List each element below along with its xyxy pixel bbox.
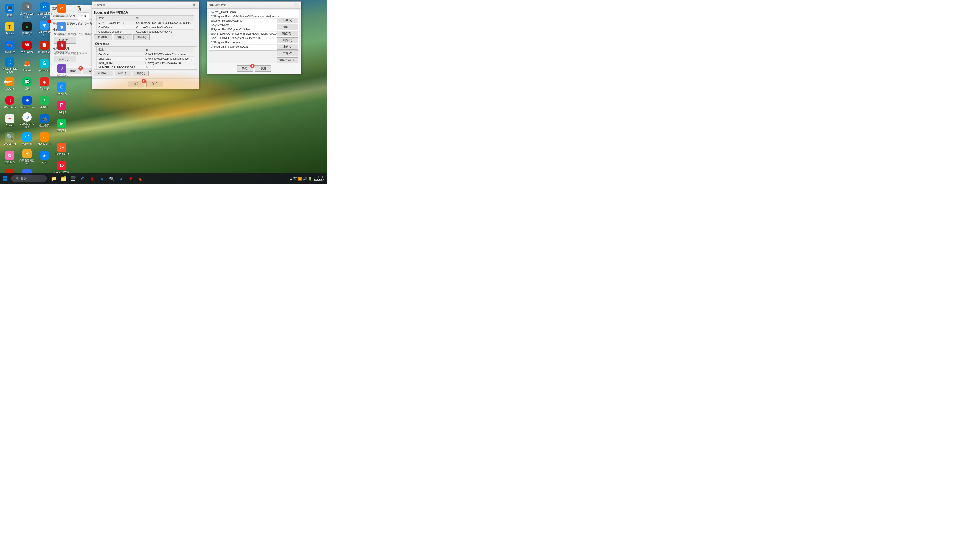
desktop-icon-maceo[interactable]: △ Maceo 入库	[36, 130, 53, 148]
user-new-btn[interactable]: 新建(N)...	[94, 35, 112, 40]
desktop-icon-edge[interactable]: e Microsoft Edge	[36, 1, 53, 19]
desktop-icon-diannaoguan[interactable]: 🛡 电脑管家	[18, 130, 36, 148]
svar-col-name: 变量	[97, 47, 144, 52]
desktop-icon-lianxin[interactable]: ◉ 腾讯连心工具	[18, 93, 36, 111]
svg-rect-2	[3, 179, 5, 181]
var-col-value: 值	[135, 16, 194, 21]
sys-new-btn[interactable]: 新建(W)...	[94, 71, 113, 76]
desktop-icon-diannao[interactable]: 🖥️ 电脑	[1, 1, 18, 19]
svar-col-value: 值	[144, 47, 194, 52]
desktop-icon-tenvideo2[interactable]: ▶ 腾讯视频	[18, 19, 36, 38]
desktop-icon-empty3	[53, 135, 70, 140]
user-vars-table-container[interactable]: 变量 值 MOZ_PLUGIN_PATH C:\Program Files (x…	[94, 15, 197, 33]
desktop-icon-huanjing[interactable]: ▶ 环境助手	[53, 116, 70, 135]
path-edit-text-btn[interactable]: 编辑文本(T)...	[277, 57, 298, 63]
edit-path-cancel-btn[interactable]: 取消	[255, 65, 271, 72]
env-vars-cancel-btn[interactable]: 取消	[146, 81, 163, 87]
path-delete-btn[interactable]: 删除(D)	[277, 38, 298, 43]
user-var-row[interactable]: MOZ_PLUGIN_PATH C:\Program Files (x86)\F…	[97, 21, 194, 25]
taskbar-icon-chrome[interactable]: ⊙	[78, 174, 87, 183]
user-edit-btn[interactable]: 编辑(E)...	[114, 35, 132, 40]
desktop-icon-todesktop[interactable]: ↗ ToDesktop	[53, 61, 70, 79]
edit-path-footer: 1 确定 取消	[207, 63, 301, 74]
feishu-taskbar-icon: ▲	[119, 176, 124, 181]
desktop-icon-everything[interactable]: 🔍 Everything	[1, 130, 18, 148]
taskbar-icon-file-explorer[interactable]: 📁	[49, 174, 58, 183]
desktop-icon-qiyeguan[interactable]: ⊞ 企业管家	[53, 79, 70, 98]
sys-var-row[interactable]: ComSpec C:\WINDOWS\system32\cmd.exe	[97, 52, 194, 56]
system-clock[interactable]: 11:14 2024/1/2	[313, 175, 325, 183]
desktop-icon-xianrikelin[interactable]: ☀ 向日葵远程控制	[18, 148, 36, 166]
desktop-icon-163music[interactable]: ♫ 网易云音乐	[1, 93, 18, 111]
mindmanager-badge: 23	[48, 20, 51, 24]
desktop-icon-firefox[interactable]: 🦊 Firefox	[18, 56, 36, 75]
user-var-row[interactable]: OneDrive C:\Users\liuguanglei\OneDrive	[97, 25, 194, 30]
taskbar-icon-search2[interactable]: 🔍	[107, 174, 116, 183]
desktop-icon-mindmanager[interactable]: 23 ⊕ MindManag...	[36, 19, 53, 38]
screengif-taskbar-icon: ◎	[139, 176, 143, 181]
user-delete-btn[interactable]: 删除(D)	[134, 35, 150, 40]
path-browse-btn[interactable]: 浏览(B)...	[277, 31, 298, 37]
path-item[interactable]: %JAVA_HOME%\bin	[209, 10, 299, 14]
taskbar-icon-arrow[interactable]: ▲	[117, 174, 126, 183]
desktop-icon-pdf[interactable]: 📄 腾讯截图器	[36, 38, 53, 56]
sys-edit-btn[interactable]: 编辑(I)...	[115, 71, 132, 76]
desktop-icon-jinshan-meeting[interactable]: 📹 金山会议	[36, 111, 53, 130]
taskbar-icon-edge[interactable]: e	[97, 174, 107, 183]
desktop-icon-qq[interactable]: 🐧 QQ	[70, 1, 88, 19]
desktop-icon-qqmusic[interactable]: ♪ QQ音乐	[36, 93, 53, 111]
sys-var-row[interactable]: JAVA_HOME C:\Program Files\Java\jdk-1.8	[97, 61, 194, 65]
desktop-icon-chrome[interactable]: ⊙ Google Chrome	[18, 111, 36, 130]
desktop-icon-screentogif[interactable]: ◎ ScreenToGif	[53, 140, 70, 158]
taskbar-icon-explorer-folder[interactable]: 🗂️	[59, 174, 68, 183]
sys-var-row[interactable]: DriverData C:\Windows\System32\Drivers\D…	[97, 56, 194, 61]
desktop-icon-typora[interactable]: T Typora	[1, 19, 18, 38]
user-var-row[interactable]: OneDriveConsumer C:\Users\liuguanglei\On…	[97, 30, 194, 33]
taskbar-icon-unknown1[interactable]: ◉	[88, 174, 97, 183]
env-vars-close[interactable]: ✕	[192, 3, 197, 7]
tray-expand-icon[interactable]: ∧	[290, 177, 293, 181]
clock-time: 11:14	[313, 175, 325, 179]
env-vars-titlebar[interactable]: 环境变量 ✕	[92, 2, 199, 9]
desktop-icon-meitu[interactable]: ✿ 美图秀秀	[1, 148, 18, 166]
desktop-icon-format[interactable]: ⚙ 格式转换大师	[53, 1, 70, 19]
clock-date: 2024/1/2	[313, 179, 325, 182]
tray-wifi-icon[interactable]: 📶	[298, 177, 302, 181]
edit-path-close[interactable]: ✕	[294, 3, 299, 7]
desktop-icon-tencent-meeting[interactable]: 📹 腾讯会议	[1, 38, 18, 56]
sys-delete-btn[interactable]: 删除(L)	[133, 71, 148, 76]
tray-speaker-icon[interactable]: 🔊	[303, 177, 307, 181]
edit-path-ok-btn[interactable]: 1 确定	[237, 65, 253, 72]
taskbar-icon-unknown2[interactable]: ◎	[136, 174, 145, 183]
desktop-icon-vscode[interactable]: ⬡ Visual Studio Code	[1, 56, 18, 75]
desktop-icon-liastary[interactable]: ◉ Liastary	[53, 19, 70, 38]
desktop-icon-jingdong[interactable]: ◈ 京东速购	[36, 75, 53, 93]
edit-path-title: 编辑环境变量	[209, 3, 226, 7]
path-new-btn[interactable]: 新建(N)	[277, 17, 298, 23]
path-down-btn[interactable]: 下移(O)	[277, 51, 298, 56]
desktop-icon-youdao[interactable]: 有 网易有道翻译	[53, 38, 70, 56]
tray-keyboard-icon[interactable]: 英	[293, 176, 297, 181]
desktop-icon-xmind[interactable]: ✦ Xmind	[1, 111, 18, 130]
sys-vars-table: 变量 值 ComSpec C:\WINDOWS\system32\cmd.exe…	[97, 47, 194, 70]
taskbar-pinned-icons: 📁 🗂️ 🖥️ ⊙ ◉ e 🔍 ▲ 有	[49, 174, 145, 183]
desktop-icon-tuding[interactable]: ◈ 钉钉	[36, 148, 53, 166]
desktop-icon-pkugin[interactable]: P PKugin	[53, 98, 70, 116]
edit-path-titlebar[interactable]: 编辑环境变量 ✕	[207, 2, 301, 9]
taskbar-icon-this-pc[interactable]: 🖥️	[68, 174, 78, 183]
env-vars-ok-btn[interactable]: 2 确定	[128, 81, 145, 87]
sys-var-row[interactable]: NUMBER_OF_PROCESSORS 24	[97, 65, 194, 69]
sys-vars-table-container[interactable]: 变量 值 ComSpec C:\WINDOWS\system32\cmd.exe…	[94, 46, 197, 70]
taskbar-search[interactable]: 🔍 搜索	[11, 175, 47, 182]
path-up-btn[interactable]: 上移(U)	[277, 44, 298, 50]
desktop-icon-drawio[interactable]: draw.io draw.io	[1, 75, 18, 93]
folder-icon: 🗂️	[60, 176, 66, 181]
start-button[interactable]	[0, 173, 10, 184]
desktop-icon-geek[interactable]: G geek.exe	[36, 56, 53, 75]
desktop-icon-vmware[interactable]: ⊞ VMware Workstati...	[18, 1, 36, 19]
path-edit-btn[interactable]: 编辑(E)	[277, 24, 298, 30]
desktop-icon-weixin[interactable]: 💬 微信	[18, 75, 36, 93]
taskbar-icon-youdao[interactable]: 有	[127, 174, 136, 183]
tray-battery-icon[interactable]: 🔋	[308, 177, 312, 181]
desktop-icon-wps[interactable]: W WPS Office	[18, 38, 36, 56]
